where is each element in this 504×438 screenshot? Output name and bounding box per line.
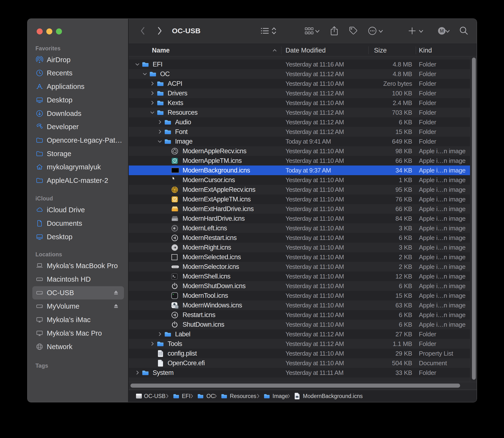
- svg-text:M: M: [440, 28, 444, 33]
- svg-text:Continue: Continue: [173, 266, 177, 268]
